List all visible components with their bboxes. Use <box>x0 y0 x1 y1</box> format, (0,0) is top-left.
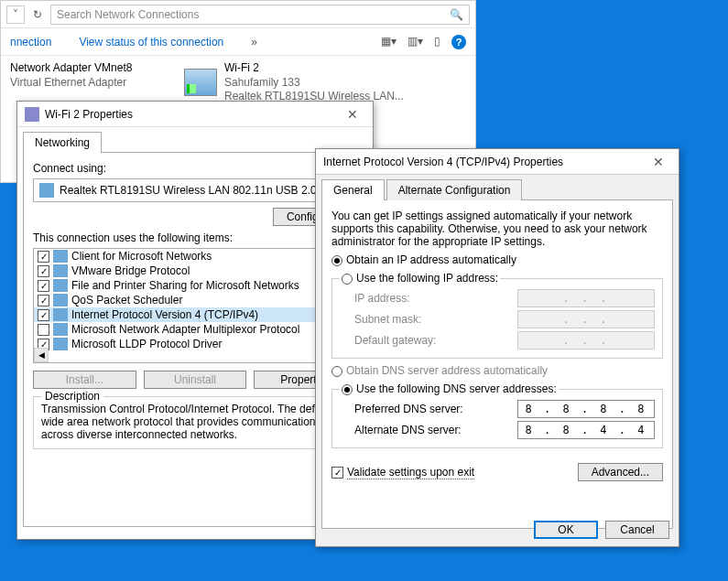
cancel-button[interactable]: Cancel <box>605 521 669 539</box>
radio-auto-ip[interactable]: Obtain an IP address automatically <box>331 253 663 266</box>
uninstall-button[interactable]: Uninstall <box>144 371 247 389</box>
item-label: Client for Microsoft Networks <box>71 250 212 263</box>
list-item[interactable]: ✓QoS Packet Scheduler <box>34 293 356 307</box>
search-icon: 🔍 <box>450 8 463 21</box>
dialog-title: Internet Protocol Version 4 (TCP/IPv4) P… <box>323 156 563 168</box>
item-label: File and Printer Sharing for Microsoft N… <box>71 279 299 292</box>
dns1-input[interactable]: 8 . 8 . 8 . 8 <box>517 400 655 418</box>
item-label: Internet Protocol Version 4 (TCP/IPv4) <box>71 308 258 321</box>
item-checkbox[interactable]: ✓ <box>38 295 49 307</box>
manual-ip-group: Use the following IP address: IP address… <box>331 272 663 359</box>
ipv4-properties-dialog: Internet Protocol Version 4 (TCP/IPv4) P… <box>315 148 679 547</box>
chevron-down-icon[interactable]: » <box>251 36 257 48</box>
close-icon[interactable]: ✕ <box>646 155 671 169</box>
link-view-status[interactable]: View status of this connection <box>79 36 223 48</box>
item-checkbox[interactable] <box>38 324 49 336</box>
items-listbox[interactable]: ✓Client for Microsoft Networks✓VMware Br… <box>33 248 357 363</box>
help-icon[interactable]: ? <box>451 35 466 49</box>
adapter-ssid: Sahufamily 133 <box>224 76 404 91</box>
validate-checkbox[interactable]: ✓ <box>331 467 343 479</box>
radio-manual-ip[interactable]: Use the following IP address: <box>340 272 500 285</box>
connect-using-label: Connect using: <box>33 162 357 175</box>
group-icon[interactable]: ▥▾ <box>407 35 423 49</box>
list-item[interactable]: ✓Microsoft LLDP Protocol Driver <box>34 337 356 351</box>
dns2-input[interactable]: 8 . 8 . 4 . 4 <box>517 421 655 439</box>
description-group: Description Transmission Control Protoco… <box>33 396 357 449</box>
search-placeholder: Search Network Connections <box>57 8 199 21</box>
item-checkbox[interactable]: ✓ <box>38 309 49 321</box>
list-item[interactable]: Microsoft Network Adapter Multiplexor Pr… <box>34 322 356 337</box>
tab-networking[interactable]: Networking <box>23 132 102 153</box>
radio-manual-dns[interactable]: Use the following DNS server addresses: <box>340 382 559 395</box>
description-text: Transmission Control Protocol/Internet P… <box>41 403 349 441</box>
view-icon[interactable]: ▦▾ <box>381 35 397 49</box>
intro-text: You can get IP settings assigned automat… <box>331 210 663 248</box>
mask-label: Subnet mask: <box>354 313 517 326</box>
ok-button[interactable]: OK <box>534 521 598 539</box>
service-icon <box>53 323 68 336</box>
item-label: QoS Packet Scheduler <box>71 294 182 307</box>
tab-row: General Alternate Configuration <box>316 175 679 199</box>
gw-input: . . . <box>517 331 655 350</box>
close-icon[interactable]: ✕ <box>340 107 365 122</box>
shield-icon <box>25 107 39 122</box>
ip-input: . . . <box>517 289 655 307</box>
tab-body: You can get IP settings assigned automat… <box>321 199 673 529</box>
adapter-text: Realtek RTL8191SU Wireless LAN 802.11n U… <box>60 184 333 197</box>
gw-label: Default gateway: <box>354 334 517 347</box>
item-label: Microsoft Network Adapter Multiplexor Pr… <box>71 323 299 336</box>
service-icon <box>53 279 68 292</box>
titlebar: Wi-Fi 2 Properties ✕ <box>17 102 373 127</box>
item-label: VMware Bridge Protocol <box>71 264 190 277</box>
service-icon <box>53 264 68 277</box>
service-icon <box>53 250 68 263</box>
radio-auto-dns: Obtain DNS server address automatically <box>331 364 663 377</box>
dns2-label: Alternate DNS server: <box>354 424 517 436</box>
item-checkbox[interactable]: ✓ <box>38 280 49 292</box>
details-icon[interactable]: ▯ <box>434 35 440 49</box>
service-icon <box>53 294 68 307</box>
refresh-icon[interactable]: ↻ <box>28 5 47 24</box>
tab-alternate[interactable]: Alternate Configuration <box>386 179 523 200</box>
adapter-sub: Virtual Ethernet Adapter <box>10 76 132 91</box>
adapter-field[interactable]: Realtek RTL8191SU Wireless LAN 802.11n U… <box>33 178 357 202</box>
manual-dns-group: Use the following DNS server addresses: … <box>331 382 663 448</box>
titlebar: Internet Protocol Version 4 (TCP/IPv4) P… <box>316 149 679 175</box>
dialog-title: Wi-Fi 2 Properties <box>45 108 133 121</box>
install-button[interactable]: Install... <box>33 371 136 389</box>
list-item[interactable]: ✓File and Printer Sharing for Microsoft … <box>34 278 356 293</box>
tab-general[interactable]: General <box>321 179 385 200</box>
items-label: This connection uses the following items… <box>33 231 357 244</box>
service-icon <box>53 308 68 321</box>
validate-label: Validate settings upon exit <box>347 466 474 479</box>
list-item[interactable]: ✓Internet Protocol Version 4 (TCP/IPv4) <box>34 307 356 322</box>
link-connection[interactable]: nnection <box>10 36 51 48</box>
item-checkbox[interactable]: ✓ <box>38 251 49 263</box>
address-toolbar: ˅ ↻ Search Network Connections 🔍 <box>1 1 475 28</box>
command-bar: nnection View status of this connection … <box>1 28 475 56</box>
item-checkbox[interactable]: ✓ <box>38 265 49 277</box>
advanced-button[interactable]: Advanced... <box>578 463 663 481</box>
nic-icon <box>39 183 54 198</box>
wifi-adapter-icon <box>184 69 217 96</box>
address-dropdown[interactable]: ˅ <box>6 5 25 24</box>
list-item[interactable]: ✓VMware Bridge Protocol <box>34 264 356 278</box>
item-label: Microsoft LLDP Protocol Driver <box>71 338 223 350</box>
adapter-name: Network Adapter VMnet8 <box>10 61 132 76</box>
scroll-left-icon[interactable]: ◀ <box>34 348 49 362</box>
adapter-vmnet8[interactable]: Network Adapter VMnet8 Virtual Ethernet … <box>10 61 175 90</box>
list-item[interactable]: ✓Client for Microsoft Networks <box>34 249 356 264</box>
service-icon <box>53 338 68 350</box>
adapter-name: Wi-Fi 2 <box>224 61 404 76</box>
dns1-label: Preferred DNS server: <box>354 403 517 415</box>
search-input[interactable]: Search Network Connections 🔍 <box>50 5 470 25</box>
ip-label: IP address: <box>354 292 517 305</box>
adapter-wifi2[interactable]: Wi-Fi 2 Sahufamily 133 Realtek RTL8191SU… <box>184 61 466 104</box>
mask-input: . . . <box>517 310 655 328</box>
description-title: Description <box>41 390 103 403</box>
